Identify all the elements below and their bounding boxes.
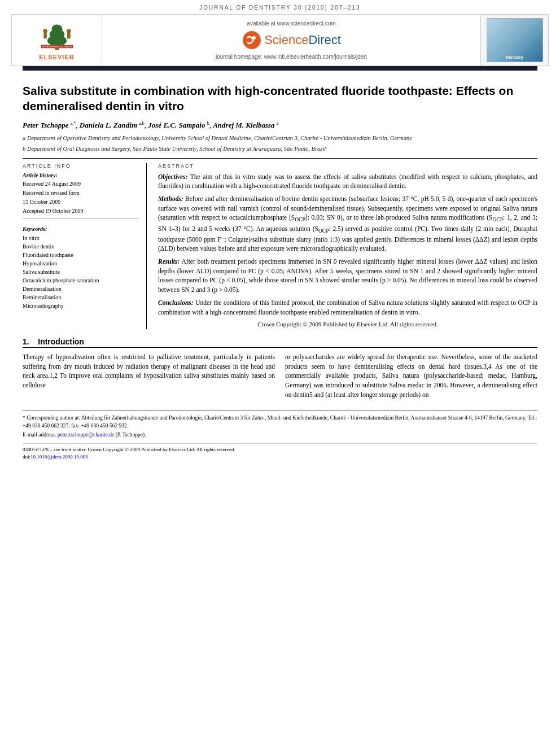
article-info-header: ARTICLE INFO [23, 163, 138, 169]
article-info-abstract-cols: ARTICLE INFO Article history: Received 2… [23, 163, 537, 329]
dark-header-bar [23, 66, 537, 71]
intro-number: 1. [23, 337, 29, 346]
affiliation-a: a Department of Operative Dentistry and … [23, 134, 537, 143]
header-logos: NE PAS PERDRE LA LUMIÈRE ELSEVIER availa… [11, 14, 549, 66]
results-text: After both treatment periods specimens i… [158, 258, 537, 293]
keyword-4: Hyposalivation [23, 259, 138, 268]
intro-col-left: Therapy of hyposalivation often is restr… [23, 352, 275, 403]
author-daniela: Daniela L. Zandim [80, 121, 137, 129]
available-text: available at www.sciencedirect.com [247, 20, 335, 27]
conclusions-text: Under the conditions of this limited pro… [158, 299, 537, 316]
keywords-section: Keywords: In vitro Bovine dentin Fluorid… [23, 226, 138, 310]
revised-date: 15 October 2009 [23, 198, 138, 206]
journal-title-top: JOURNAL OF DENTISTRY 38 (2010) 207–213 [11, 5, 549, 11]
keyword-1: In vitro [23, 234, 138, 242]
sciencedirect-logo: ScienceDirect [242, 30, 341, 50]
article-info-col: ARTICLE INFO Article history: Received 2… [23, 163, 147, 329]
divider-after-affiliations [23, 158, 537, 159]
results-label: Results: [158, 258, 180, 265]
abstract-objectives: Objectives: The aim of this in vitro stu… [158, 172, 537, 191]
introduction-section: 1. Introduction Therapy of hyposalivatio… [23, 337, 537, 403]
intro-title: Introduction [38, 337, 84, 346]
keywords-label: Keywords: [23, 226, 138, 232]
copyright-line: Crown Copyright © 2009 Published by Else… [158, 320, 537, 329]
journal-cover-box: Dentistry [480, 15, 548, 65]
intro-two-col: Therapy of hyposalivation often is restr… [23, 352, 537, 403]
svg-point-6 [67, 29, 71, 33]
article-title: Saliva substitute in combination with hi… [23, 83, 537, 114]
author-peter: Peter Tschoppe [23, 121, 68, 129]
objectives-text: The aim of this in vitro study was to as… [158, 173, 537, 190]
received-date: Received 24 August 2009 [23, 180, 138, 188]
keyword-3: Fluoridated toothpaste [23, 251, 138, 259]
header: JOURNAL OF DENTISTRY 38 (2010) 207–213 [0, 0, 560, 71]
abstract-col: ABSTRACT Objectives: The aim of this in … [158, 163, 537, 329]
keyword-7: Demineralisation [23, 285, 138, 293]
keyword-5: Saliva substitute [23, 268, 138, 276]
email-note: E-mail address: peter.tschoppe@charite.d… [23, 431, 537, 439]
intro-para-2: or polysaccharides are widely spread for… [285, 352, 537, 399]
authors-line: Peter Tschoppe a,*, Daniela L. Zandim a,… [23, 120, 537, 132]
sciencedirect-icon [242, 30, 262, 50]
info-divider [23, 219, 138, 219]
email-label: E-mail address: [23, 432, 56, 438]
svg-point-4 [43, 29, 47, 33]
affiliation-b: b Department of Oral Diagnosis and Surge… [23, 145, 537, 154]
homepage-text: journal homepage: www.intl.elsevierhealt… [216, 54, 367, 60]
methods-text: Before and after demineralisation of bov… [158, 195, 537, 252]
issn-line: 0300-5712/$ – see front matter. Crown Co… [23, 446, 537, 453]
abstract-results: Results: After both treatment periods sp… [158, 257, 537, 295]
elsevier-tree-icon: NE PAS PERDRE LA LUMIÈRE [34, 20, 80, 51]
svg-text:NE PAS PERDRE LA LUMIÈRE: NE PAS PERDRE LA LUMIÈRE [42, 45, 72, 48]
elsevier-logo-box: NE PAS PERDRE LA LUMIÈRE ELSEVIER [12, 15, 102, 65]
keyword-8: Remineralisation [23, 293, 138, 302]
svg-rect-5 [43, 33, 47, 38]
doi-link[interactable]: 10.1016/j.jdent.2009.10.005 [30, 454, 88, 460]
corresponding-author-note: * Corresponding author at: Abteilung für… [23, 414, 537, 430]
article-history-label: Article history: [23, 172, 138, 178]
accepted-date: Accepted 19 October 2009 [23, 207, 138, 215]
keyword-9: Microradiography [23, 302, 138, 310]
intro-col-right: or polysaccharides are widely spread for… [285, 352, 537, 403]
keyword-2: Bovine dentin [23, 242, 138, 251]
journal-cover-name: Dentistry [506, 55, 523, 59]
conclusions-label: Conclusions: [158, 299, 194, 306]
svg-point-3 [51, 24, 62, 33]
intro-para-1: Therapy of hyposalivation often is restr… [23, 352, 275, 390]
footnote-bottom: 0300-5712/$ – see front matter. Crown Co… [23, 443, 537, 460]
email-link[interactable]: peter.tschoppe@charite.de [58, 432, 115, 438]
email-suffix: (P. Tschoppe). [116, 432, 146, 438]
abstract-conclusions: Conclusions: Under the conditions of thi… [158, 298, 537, 317]
svg-rect-7 [67, 33, 71, 38]
sciencedirect-text: ScienceDirect [264, 33, 341, 47]
abstract-header: ABSTRACT [158, 163, 537, 169]
methods-label: Methods: [158, 195, 183, 202]
svg-point-10 [252, 36, 256, 40]
revised-label: Received in revised form [23, 189, 138, 197]
page-wrapper: JOURNAL OF DENTISTRY 38 (2010) 207–213 [0, 0, 560, 747]
doi-line: doi:10.1016/j.jdent.2009.10.005 [23, 453, 537, 461]
article-content: Saliva substitute in combination with hi… [0, 71, 560, 466]
sciencedirect-box: available at www.sciencedirect.com Scien… [102, 15, 480, 65]
objectives-label: Objectives: [158, 173, 187, 180]
abstract-section: Objectives: The aim of this in vitro stu… [158, 172, 537, 329]
intro-heading: 1. Introduction [23, 337, 537, 348]
footnotes: * Corresponding author at: Abteilung für… [23, 410, 537, 460]
author-jose: José E.C. Sampaio [148, 121, 205, 129]
keyword-6: Octacalcium phosphate saturation [23, 276, 138, 285]
author-andrej: Andrej M. Kielbassa [213, 121, 274, 129]
journal-cover: Dentistry [487, 18, 543, 62]
abstract-methods: Methods: Before and after demineralisati… [158, 194, 537, 254]
elsevier-label: ELSEVIER [39, 54, 74, 60]
corresponding-author-text: * Corresponding author at: Abteilung für… [23, 415, 537, 428]
